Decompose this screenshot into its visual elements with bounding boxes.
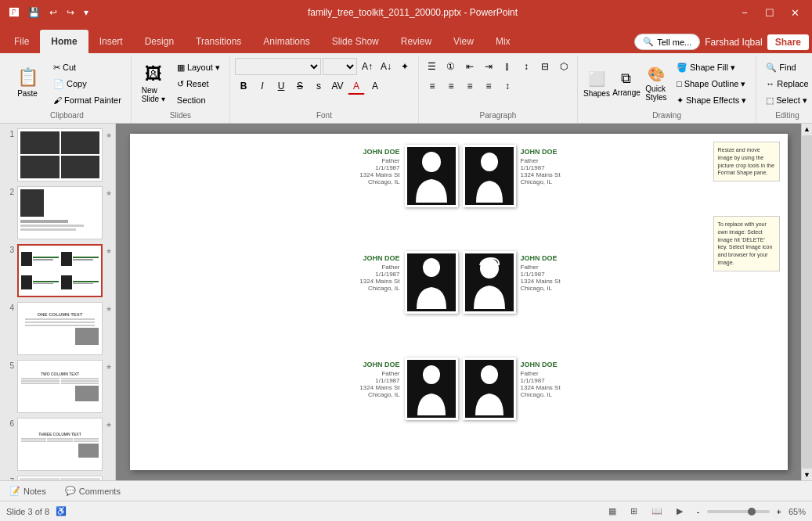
redo-button[interactable]: ↪ <box>63 5 78 20</box>
svg-point-4 <box>423 365 440 384</box>
smartart-button[interactable]: ⬡ <box>555 58 572 75</box>
font-size-select[interactable] <box>323 58 357 75</box>
drawing-label: Drawing <box>652 111 681 121</box>
zoom-slider[interactable] <box>707 510 770 513</box>
tooltip-1: Resize and move image by using the pictu… <box>713 142 780 181</box>
decrease-indent-button[interactable]: ⇤ <box>461 58 478 75</box>
quick-styles-button[interactable]: 🎨 QuickStyles <box>642 61 670 106</box>
bold-button[interactable]: B <box>235 77 252 95</box>
new-slide-button[interactable]: 🖼 NewSlide ▾ <box>136 58 171 110</box>
save-button[interactable]: 💾 <box>25 5 43 20</box>
scroll-down-button[interactable]: ▼ <box>802 469 813 480</box>
svg-point-0 <box>422 152 441 172</box>
font-label: Font <box>316 111 332 121</box>
slide-thumb-7[interactable]: 7 ★ <box>2 474 114 480</box>
font-shrink-button[interactable]: A↓ <box>377 58 395 75</box>
tab-insert[interactable]: Insert <box>88 30 134 53</box>
select-button[interactable]: ⬚ Select ▾ <box>761 92 812 108</box>
zoom-in-button[interactable]: + <box>773 505 785 519</box>
align-right-button[interactable]: ≡ <box>461 77 478 95</box>
copy-button[interactable]: 📄 Copy <box>49 76 126 92</box>
paragraph-label: Paragraph <box>480 111 517 121</box>
tab-animations[interactable]: Animations <box>252 30 320 53</box>
slides-panel[interactable]: 1 ★ 2 ★ <box>0 124 116 480</box>
notes-button[interactable]: 📝 Notes <box>9 486 46 496</box>
slideshow-button[interactable]: ▶ <box>673 504 687 519</box>
slide-sorter-button[interactable]: ⊞ <box>626 504 641 519</box>
arrange-button[interactable]: ⧉ Arrange <box>612 61 641 106</box>
shape-effects-button[interactable]: ✦ Shape Effects ▾ <box>672 92 751 108</box>
tab-view[interactable]: View <box>442 30 485 53</box>
title-bar-title: family_tree_toolkit_2011_20000.pptx - Po… <box>92 7 734 18</box>
reset-button[interactable]: ↺ Reset <box>172 76 225 92</box>
numbering-button[interactable]: ① <box>442 58 460 75</box>
tell-me-input[interactable]: 🔍 Tell me... <box>634 34 700 50</box>
undo-button[interactable]: ↩ <box>46 5 60 20</box>
restore-button[interactable]: ☐ <box>759 4 781 21</box>
tab-design[interactable]: Design <box>134 30 185 53</box>
find-button[interactable]: 🔍 Find <box>761 59 812 75</box>
customize-button[interactable]: ▾ <box>81 5 92 20</box>
close-button[interactable]: ✕ <box>784 4 806 21</box>
increase-indent-button[interactable]: ⇥ <box>480 58 497 75</box>
bullets-button[interactable]: ☰ <box>424 58 441 75</box>
minimize-button[interactable]: − <box>734 4 756 21</box>
slides-group: 🖼 NewSlide ▾ ▦ Layout ▾ ↺ Reset Section … <box>132 56 230 123</box>
replace-button[interactable]: ↔ Replace <box>761 76 812 92</box>
align-left-button[interactable]: ≡ <box>424 77 441 95</box>
slide-thumb-3[interactable]: 3 <box>2 243 114 299</box>
zoom-out-button[interactable]: - <box>693 505 704 519</box>
strikethrough-button[interactable]: S <box>291 77 309 95</box>
shape-fill-button[interactable]: 🪣 Shape Fill ▾ <box>672 59 751 75</box>
highlight-button[interactable]: A <box>366 77 384 95</box>
tab-home[interactable]: Home <box>40 30 88 53</box>
font-grow-button[interactable]: A↑ <box>359 58 376 75</box>
share-button[interactable]: Share <box>767 34 809 50</box>
ribbon-far-right: 🔍 Tell me... Farshad Iqbal Share <box>634 34 809 53</box>
slide-thumb-6[interactable]: 6 THREE COLUMN TEXT ★ <box>2 416 114 472</box>
editing-label: Editing <box>775 111 799 121</box>
tab-slideshow[interactable]: Slide Show <box>321 30 390 53</box>
entry-6: JOHN DOE Father 1/1/1987 1324 Mains St C… <box>463 358 780 459</box>
font-family-select[interactable] <box>235 58 321 75</box>
quick-access: 🅿 💾 ↩ ↪ ▾ <box>6 5 92 20</box>
spacing-button[interactable]: AV <box>329 77 346 95</box>
section-button[interactable]: Section <box>172 92 225 108</box>
tab-mix[interactable]: Mix <box>485 30 521 53</box>
text-direction-button[interactable]: ↕ <box>518 58 535 75</box>
slide-canvas[interactable]: JOHN DOE Father 1/1/1987 1324 Mains St C… <box>130 134 788 470</box>
paste-button[interactable]: 📋 Paste <box>8 59 47 105</box>
underline-button[interactable]: U <box>272 77 290 95</box>
format-painter-button[interactable]: 🖌 Format Painter <box>49 92 126 108</box>
svg-point-1 <box>481 153 498 171</box>
comments-button[interactable]: 💬 Comments <box>65 486 121 496</box>
scroll-up-button[interactable]: ▲ <box>802 124 813 135</box>
tab-file[interactable]: File <box>3 30 40 53</box>
clear-formatting-button[interactable]: ✦ <box>396 58 413 75</box>
slide-thumb-5[interactable]: 5 TWO COLUMN TEXT ★ <box>2 358 114 415</box>
shapes-button[interactable]: ⬜ Shapes <box>583 61 611 106</box>
accessibility-button[interactable]: ♿ <box>56 506 67 516</box>
italic-button[interactable]: I <box>254 77 271 95</box>
slide-thumb-4[interactable]: 4 ONE COLUMN TEXT ★ <box>2 300 114 357</box>
scroll-track[interactable] <box>802 135 813 469</box>
zoom-thumb[interactable] <box>748 508 756 516</box>
columns-button[interactable]: ⫿ <box>499 58 516 75</box>
normal-view-button[interactable]: ▦ <box>604 504 620 519</box>
slide-thumb-1[interactable]: 1 ★ <box>2 127 114 183</box>
align-center-button[interactable]: ≡ <box>442 77 460 95</box>
justify-button[interactable]: ≡ <box>480 77 497 95</box>
text-layout-button[interactable]: ⊟ <box>536 58 554 75</box>
user-button[interactable]: Farshad Iqbal <box>705 37 762 48</box>
line-spacing-button[interactable]: ↕ <box>499 77 516 95</box>
reading-view-button[interactable]: 📖 <box>648 504 666 519</box>
layout-button[interactable]: ▦ Layout ▾ <box>172 59 225 75</box>
slide-thumb-2[interactable]: 2 ★ <box>2 185 114 241</box>
shape-outline-button[interactable]: □ Shape Outline ▾ <box>672 76 751 92</box>
font-color-button[interactable]: A <box>348 77 365 95</box>
tab-review[interactable]: Review <box>390 30 442 53</box>
tab-transitions[interactable]: Transitions <box>185 30 252 53</box>
shadow-button[interactable]: s <box>310 77 327 95</box>
ribbon-tabs: File Home Insert Design Transitions Anim… <box>0 25 812 53</box>
cut-button[interactable]: ✂ Cut <box>49 59 126 75</box>
